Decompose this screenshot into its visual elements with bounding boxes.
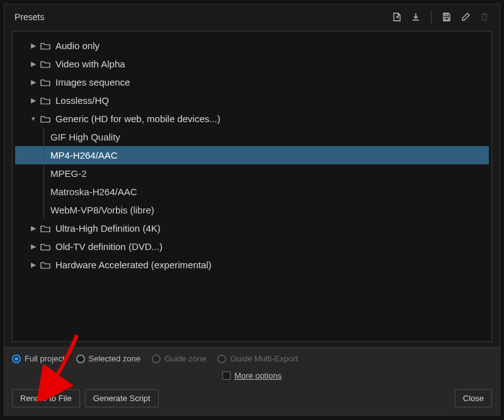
chevron-right-icon: ▶: [30, 261, 37, 269]
chevron-right-icon: ▶: [30, 42, 37, 50]
radio-icon: [76, 355, 85, 363]
radio-icon: [152, 355, 161, 363]
more-options-checkbox[interactable]: [222, 372, 231, 380]
footer-buttons: Render to File Generate Script Close: [12, 389, 492, 407]
folder-icon: [40, 78, 50, 87]
chevron-right-icon: ▶: [30, 242, 37, 251]
radio-guide-zone: Guide zone: [152, 354, 207, 363]
folder-icon: [40, 96, 50, 105]
svg-rect-1: [445, 18, 449, 20]
download-icon[interactable]: [411, 12, 421, 22]
chevron-right-icon: ▶: [30, 60, 37, 68]
chevron-right-icon: ▶: [30, 96, 37, 105]
radio-full-project[interactable]: Full project: [12, 354, 65, 363]
panel-footer: Full project Selected zone Guide zone Gu…: [4, 347, 500, 415]
tree-folder-images-sequence[interactable]: ▶ Images sequence: [15, 73, 489, 91]
tree-item-mpeg2[interactable]: MPEG-2: [15, 164, 489, 183]
tree-item-mp4[interactable]: MP4-H264/AAC: [15, 146, 489, 164]
chevron-down-icon: ▾: [30, 115, 37, 123]
tree-item-matroska[interactable]: Matroska-H264/AAC: [15, 183, 489, 201]
presets-panel: Presets: [4, 4, 500, 416]
folder-icon: [40, 115, 50, 123]
radio-guide-multi-export: Guide Multi-Export: [217, 354, 298, 363]
more-options-row: More options: [12, 371, 492, 380]
toolbar-divider: [431, 11, 432, 23]
close-button[interactable]: Close: [455, 389, 492, 407]
folder-icon: [40, 60, 50, 69]
edit-icon[interactable]: [461, 12, 471, 22]
render-to-file-button[interactable]: Render to File: [12, 389, 80, 407]
save-icon[interactable]: [442, 12, 452, 22]
tree-folder-hardware[interactable]: ▶ Hardware Accelerated (experimental): [15, 256, 489, 274]
chevron-right-icon: ▶: [30, 78, 37, 86]
folder-icon: [40, 242, 50, 251]
render-scope-radios: Full project Selected zone Guide zone Gu…: [12, 354, 492, 363]
panel-header: Presets: [4, 4, 500, 28]
more-options-link[interactable]: More options: [234, 371, 282, 380]
panel-title: Presets: [14, 12, 44, 22]
svg-rect-0: [445, 14, 448, 16]
tree-folder-lossless[interactable]: ▶ Lossless/HQ: [15, 91, 489, 110]
delete-icon: [479, 12, 490, 22]
tree-item-gif[interactable]: GIF High Quality: [15, 128, 489, 146]
preset-tree[interactable]: ▶ Audio only ▶ Video with Alpha ▶ Images…: [12, 31, 492, 342]
generate-script-button[interactable]: Generate Script: [85, 389, 159, 407]
folder-icon: [40, 261, 50, 270]
header-toolbar: [392, 11, 490, 23]
radio-selected-zone[interactable]: Selected zone: [76, 354, 140, 363]
radio-icon: [217, 355, 226, 363]
tree-folder-video-alpha[interactable]: ▶ Video with Alpha: [15, 55, 489, 73]
tree-folder-generic[interactable]: ▾ Generic (HD for web, mobile devices...…: [15, 110, 489, 128]
tree-folder-audio-only[interactable]: ▶ Audio only: [15, 37, 489, 55]
new-preset-icon[interactable]: [392, 12, 402, 22]
folder-icon: [40, 224, 50, 233]
tree-folder-uhd[interactable]: ▶ Ultra-High Definition (4K): [15, 219, 489, 237]
tree-item-webm[interactable]: WebM-VP8/Vorbis (libre): [15, 201, 489, 219]
tree-folder-oldtv[interactable]: ▶ Old-TV definition (DVD...): [15, 237, 489, 256]
folder-icon: [40, 42, 50, 50]
radio-icon: [12, 355, 21, 363]
chevron-right-icon: ▶: [30, 224, 37, 232]
